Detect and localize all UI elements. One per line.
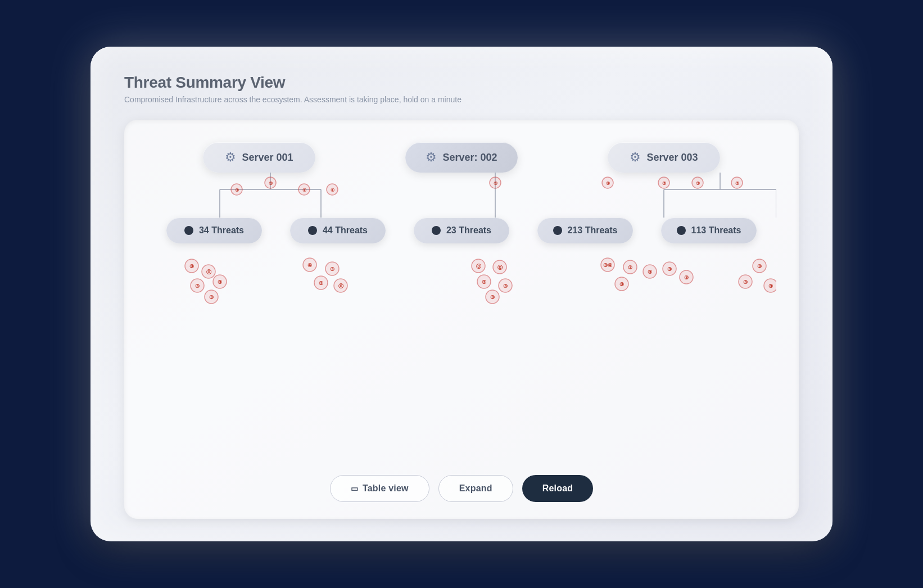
threat-label-113: 113 Threats (691, 225, 741, 236)
tree-container: ⚙ Server 001 ⚙ Server: 002 ⚙ Server 003 (147, 142, 776, 464)
svg-text:③: ③ (490, 295, 495, 300)
threat-label-34: 34 Threats (199, 225, 244, 236)
expand-button[interactable]: Expand (438, 475, 513, 502)
threat-dot-34 (184, 226, 193, 235)
threat-label-213: 213 Threats (568, 225, 618, 236)
gear-icon-003: ⚙ (630, 150, 641, 165)
svg-text:③: ③ (684, 275, 689, 281)
main-card: Threat Summary View Compromised Infrastr… (91, 47, 832, 541)
server-label-003: Server 003 (646, 152, 698, 164)
threat-dot-23 (432, 226, 441, 235)
svg-text:③: ③ (648, 269, 652, 275)
page-title: Threat Summary View (124, 74, 799, 92)
svg-text:①: ① (331, 188, 334, 193)
svg-text:③: ③ (195, 283, 200, 289)
threat-label-44: 44 Threats (323, 225, 368, 236)
threat-node-113[interactable]: 113 Threats (661, 218, 757, 243)
svg-text:④: ④ (307, 263, 312, 268)
gear-icon-001: ⚙ (225, 150, 236, 165)
badges-svg: ③ ⓪ ③ ③ ③ ④ ③ ③ (147, 255, 776, 311)
svg-text:③: ③ (494, 181, 497, 186)
threat-node-44[interactable]: 44 Threats (290, 218, 386, 243)
main-content: ⚙ Server 001 ⚙ Server: 002 ⚙ Server 003 (124, 120, 799, 519)
servers-row: ⚙ Server 001 ⚙ Server: 002 ⚙ Server 003 (147, 142, 776, 173)
threat-node-213[interactable]: 213 Threats (537, 218, 633, 243)
badges-area: ③ ⓪ ③ ③ ③ ④ ③ ③ (147, 255, 776, 311)
gear-icon-002: ⚙ (426, 150, 437, 165)
page-subtitle: Compromised Infrastructure across the ec… (124, 95, 799, 104)
server-label-002: Server: 002 (442, 152, 497, 164)
server-node-001[interactable]: ⚙ Server 001 (203, 142, 315, 173)
svg-text:⓪: ⓪ (497, 265, 503, 270)
svg-text:③: ③ (757, 264, 762, 269)
buttons-row: ▭ Table view Expand Reload (147, 475, 776, 502)
svg-text:⓪: ⓪ (338, 283, 344, 289)
svg-text:③: ③ (330, 266, 334, 272)
server-label-001: Server 001 (242, 152, 293, 164)
table-view-label: Table view (363, 483, 409, 494)
connector-svg: ③ ③ ① ① ③ ⑨ ③ ③ ③ (147, 173, 776, 218)
threat-dot-44 (308, 226, 317, 235)
svg-text:③: ③ (743, 279, 748, 285)
svg-text:③: ③ (667, 266, 672, 272)
threat-node-23[interactable]: 23 Threats (414, 218, 509, 243)
server-node-003[interactable]: ⚙ Server 003 (608, 142, 720, 173)
svg-text:③: ③ (696, 181, 700, 186)
server-node-002[interactable]: ⚙ Server: 002 (405, 142, 518, 173)
svg-text:③: ③ (482, 279, 486, 285)
svg-text:⑨: ⑨ (606, 181, 610, 186)
svg-text:①: ① (302, 188, 306, 193)
svg-text:③: ③ (619, 282, 624, 287)
svg-text:③④: ③④ (603, 263, 612, 268)
svg-text:③: ③ (269, 181, 273, 186)
reload-button[interactable]: Reload (522, 475, 594, 502)
svg-text:③: ③ (503, 283, 508, 289)
threat-label-23: 23 Threats (446, 225, 491, 236)
expand-label: Expand (459, 483, 492, 493)
threat-dot-113 (677, 226, 686, 235)
svg-text:⓪: ⓪ (206, 269, 212, 275)
header: Threat Summary View Compromised Infrastr… (124, 74, 799, 104)
table-view-button[interactable]: ▭ Table view (330, 475, 429, 502)
threat-node-34[interactable]: 34 Threats (166, 218, 262, 243)
svg-text:③: ③ (189, 264, 194, 269)
svg-text:③: ③ (628, 265, 632, 270)
svg-text:③: ③ (235, 188, 239, 193)
table-icon: ▭ (351, 484, 358, 493)
threat-dot-213 (553, 226, 562, 235)
connector-lines: ③ ③ ① ① ③ ⑨ ③ ③ ③ (147, 173, 776, 218)
threats-row: 34 Threats 44 Threats 23 Threats 213 Thr… (147, 218, 776, 243)
svg-text:③: ③ (209, 295, 214, 300)
svg-text:③: ③ (319, 281, 323, 286)
svg-text:③: ③ (662, 181, 666, 186)
svg-text:⓪: ⓪ (476, 264, 482, 269)
svg-text:③: ③ (768, 283, 773, 289)
svg-text:③: ③ (735, 181, 739, 186)
svg-text:③: ③ (218, 279, 222, 285)
reload-label: Reload (542, 483, 573, 493)
